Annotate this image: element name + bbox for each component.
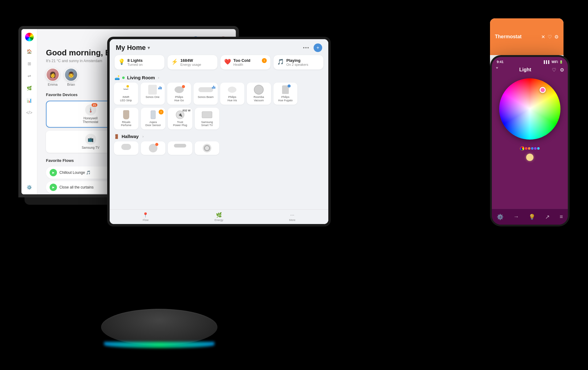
hallway-arrow[interactable]: ›	[142, 134, 144, 139]
tablet-add-button[interactable]: +	[314, 43, 322, 52]
hue-go-label: PhilipsHue Go	[174, 95, 184, 102]
color-preset-rainbow[interactable]	[520, 146, 524, 151]
device-aqara[interactable]: ! AqaraDoor Sensor	[141, 108, 165, 130]
phone-nav-scenes[interactable]: ⚙️	[497, 214, 503, 220]
hallway-name: Hallway	[122, 134, 139, 139]
color-preset-blue[interactable]	[531, 147, 533, 150]
more-options-button[interactable]	[301, 44, 311, 51]
device-roomba[interactable]: RoombaVacuum	[247, 83, 271, 105]
sidebar-icon-sliders[interactable]: ⇌	[26, 73, 33, 79]
sidebar-icon-home[interactable]: 🏠	[26, 48, 33, 55]
energy-nav-icon: 🌿	[216, 212, 222, 218]
tab-nav-more[interactable]: ··· More	[289, 212, 296, 222]
status-playing[interactable]: 🎵 Playing On 2 speakers	[273, 55, 323, 69]
device-hue-fugato[interactable]: PhilipsHue Fugato	[273, 83, 298, 105]
aqara-icon	[151, 110, 156, 119]
room-expand-arrow[interactable]: ›	[158, 76, 159, 80]
phone-back-button[interactable]: ˅	[496, 66, 499, 73]
avatar-brian[interactable]: 👨 Brian	[64, 68, 78, 86]
status-cards-row: 💡 8 Lights Turned on ⚡ 1684W Energy usag…	[110, 55, 328, 73]
thermostat-close-icon[interactable]: ✕	[541, 34, 545, 40]
flow-chillout-play[interactable]: ▶	[50, 169, 57, 176]
device-sonos-one[interactable]: Sonos One	[141, 83, 165, 105]
aqara-body	[151, 110, 156, 119]
device-trust[interactable]: 832 W 🔌 TrustPower Plug	[168, 108, 192, 130]
brightness-indicator[interactable]	[526, 154, 533, 161]
bar1	[158, 88, 159, 89]
laptop-sidebar: 🏠 ⊞ ⇌ 🌿 📊 </> ⚙️	[21, 29, 37, 194]
emma-avatar: 👩	[46, 68, 59, 81]
innr-icon: 〰	[123, 85, 128, 94]
phone-nav-light[interactable]: 💡	[529, 214, 535, 220]
sidebar-icon-settings[interactable]: ⚙️	[26, 184, 33, 191]
color-preset-red[interactable]	[525, 147, 527, 150]
color-preset-cyan[interactable]	[537, 147, 540, 150]
home-dropdown-arrow[interactable]: ▾	[148, 45, 150, 50]
sidebar-icon-chart[interactable]: 📊	[26, 97, 33, 104]
device-sonos-beam[interactable]: Sonos Beam	[194, 83, 218, 105]
thermostat-settings-icon[interactable]: ⚙	[554, 34, 559, 40]
tv-icon: 📺	[88, 136, 94, 142]
tab-nav-energy[interactable]: 🌿 Energy	[214, 212, 223, 222]
flow-curtains-left: ▶ Close all the curtains	[50, 184, 93, 191]
samsung-tv-icon	[202, 110, 212, 119]
rituals-icon	[123, 110, 129, 119]
status-energy[interactable]: ⚡ 1684W Energy usage	[168, 55, 217, 69]
color-preset-purple[interactable]	[534, 147, 537, 150]
hallway-section: 🚪 Hallway ›	[110, 133, 328, 155]
hue-go-icon	[175, 85, 184, 94]
hue-iris-label: PhilipsHue Iris	[228, 95, 237, 102]
device-innr[interactable]: 〰 INNRLED Strip	[114, 83, 138, 105]
thermostat-header: Thermostat ✕ ♡ ⚙	[490, 18, 564, 55]
hallway-device-3[interactable]	[168, 141, 192, 155]
playing-icon: 🎵	[277, 58, 284, 65]
color-preset-orange[interactable]	[528, 147, 530, 150]
lights-main: 8 Lights	[127, 58, 161, 63]
health-warning-badge: !	[262, 58, 267, 63]
hallway-device-1[interactable]	[114, 141, 138, 155]
color-wheel-container[interactable]	[492, 76, 568, 144]
phone-header-icons: ♡ ⚙	[552, 67, 564, 73]
hallway-device-4[interactable]	[195, 141, 219, 155]
brian-avatar: 👨	[64, 68, 78, 81]
status-health[interactable]: ❤️ Too Cold Health !	[221, 55, 270, 69]
playing-sub: On 2 speakers	[286, 63, 320, 66]
avatar-emma[interactable]: 👩 Emma	[46, 68, 59, 86]
bar2	[160, 86, 160, 89]
living-room-devices: 〰 INNRLED Strip Sonos O	[110, 83, 328, 108]
phone-nav-menu[interactable]: ≡	[560, 214, 563, 220]
rituals-body	[123, 110, 129, 119]
device-hue-iris[interactable]: PhilipsHue Iris	[220, 83, 244, 105]
thermostat-label: HoneywellThermostat	[83, 117, 98, 124]
status-lights[interactable]: 💡 8 Lights Turned on	[115, 55, 164, 69]
phone-heart-icon[interactable]: ♡	[552, 67, 556, 73]
sidebar-icon-leaf[interactable]: 🌿	[26, 85, 33, 92]
device-rituals[interactable]: RitualsPerfume	[114, 108, 138, 130]
bar3	[161, 87, 162, 89]
brian-name: Brian	[67, 83, 75, 86]
roomba-body	[254, 85, 264, 95]
thermostat-header-icons: ✕ ♡ ⚙	[541, 34, 559, 40]
sidebar-icon-code[interactable]: </>	[26, 109, 33, 116]
phone-nav-external[interactable]: ↗	[545, 214, 550, 220]
device-hue-go[interactable]: PhilipsHue Go	[167, 83, 191, 105]
phone-gear-icon[interactable]: ⚙	[560, 67, 564, 73]
thermostat-icon: 🌡️	[88, 107, 94, 113]
thermostat-heart-icon[interactable]: ♡	[548, 34, 552, 40]
hallway-device-2[interactable]	[141, 141, 165, 155]
dot2	[305, 47, 307, 48]
sidebar-icon-grid[interactable]: ⊞	[26, 60, 33, 67]
app-logo[interactable]	[25, 33, 34, 41]
phone-status-bar: 9:41 ▌▌▌ WiFi 🔋	[492, 57, 568, 65]
color-wheel-handle[interactable]	[540, 87, 546, 93]
living-room-name: Living Room	[127, 75, 155, 80]
phone-bottom-nav: ⚙️ → 💡 ↗ ≡	[492, 209, 568, 225]
color-wheel[interactable]	[499, 78, 560, 140]
thermostat-title: Thermostat	[495, 34, 522, 39]
device-samsung-smart-tv[interactable]: SamsungSmart TV	[195, 108, 219, 130]
flow-curtains-play[interactable]: ▶	[50, 184, 57, 191]
tab-nav-flow[interactable]: 📍 Flow	[142, 212, 149, 222]
phone-nav-arrow[interactable]: →	[513, 214, 519, 220]
rituals-label: RitualsPerfume	[121, 121, 131, 127]
hue-fugato-body	[282, 85, 289, 94]
